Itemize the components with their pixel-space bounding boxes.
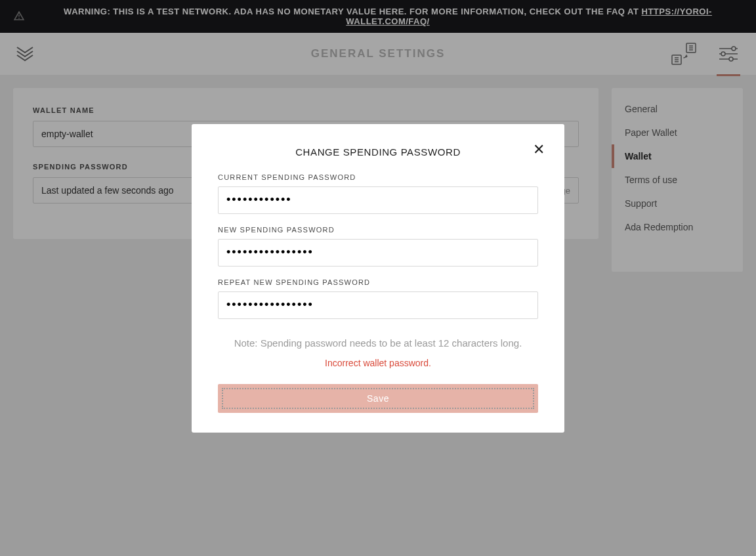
current-password-input[interactable] <box>218 186 538 214</box>
modal-title: CHANGE SPENDING PASSWORD <box>218 146 538 158</box>
password-error: Incorrect wallet password. <box>218 358 538 368</box>
new-password-label: NEW SPENDING PASSWORD <box>218 226 538 234</box>
save-button[interactable]: Save <box>218 384 538 413</box>
repeat-password-label: REPEAT NEW SPENDING PASSWORD <box>218 278 538 286</box>
repeat-password-input[interactable] <box>218 291 538 319</box>
modal-overlay: CHANGE SPENDING PASSWORD ✕ CURRENT SPEND… <box>0 0 756 556</box>
change-password-modal: CHANGE SPENDING PASSWORD ✕ CURRENT SPEND… <box>192 124 564 433</box>
new-password-input[interactable] <box>218 239 538 267</box>
current-password-label: CURRENT SPENDING PASSWORD <box>218 173 538 181</box>
password-note: Note: Spending password needs to be at l… <box>218 337 538 349</box>
close-icon[interactable]: ✕ <box>533 142 545 157</box>
